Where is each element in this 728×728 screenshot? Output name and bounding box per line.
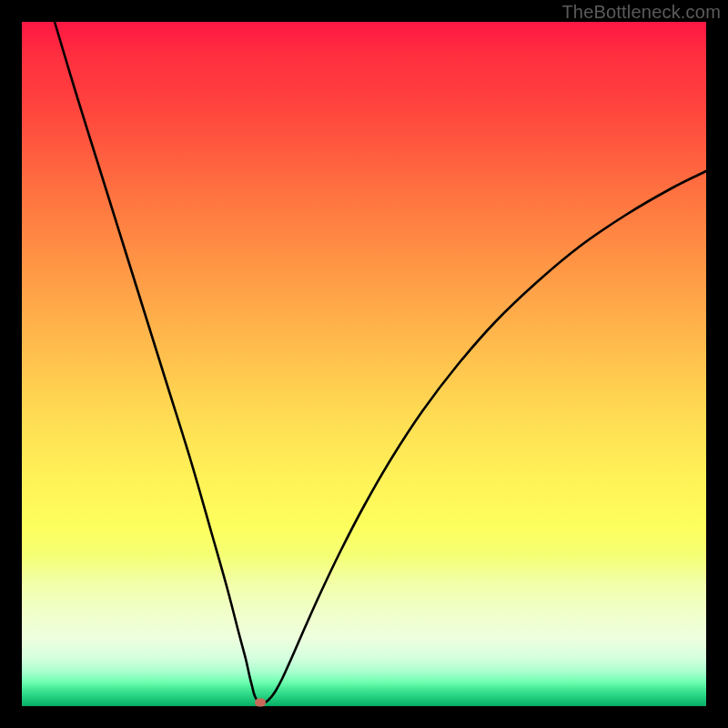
optimum-marker: [255, 699, 266, 707]
curve-svg: [22, 22, 706, 706]
plot-area: [22, 22, 706, 706]
attribution-text: TheBottleneck.com: [561, 2, 721, 23]
chart-wrap: TheBottleneck.com: [0, 0, 728, 728]
curve-path: [55, 22, 706, 703]
